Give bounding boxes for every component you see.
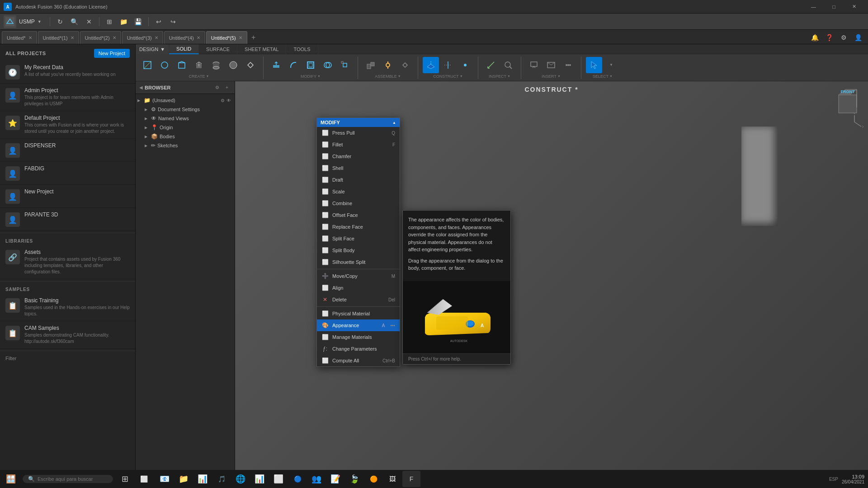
sidebar-item-assets[interactable]: 🔗 Assets Project that contains assets us… — [0, 245, 135, 279]
org-logo[interactable]: USMP ▼ — [4, 15, 42, 28]
tab-tools[interactable]: TOOLS — [286, 44, 318, 54]
save-button[interactable]: 💾 — [132, 15, 145, 28]
sidebar-item-dispenser[interactable]: 👤 DISPENSER — [0, 139, 135, 162]
menu-item-silhouette-split[interactable]: ⬜ Silhouette Split — [317, 256, 400, 268]
menu-item-replace-face[interactable]: ⬜ Replace Face — [317, 221, 400, 233]
sidebar-item-basic-training[interactable]: 📋 Basic Training Samples used in the Han… — [0, 294, 135, 321]
close-button[interactable]: ✕ — [844, 0, 864, 14]
menu-item-scale[interactable]: ⬜ Scale — [317, 186, 400, 197]
menu-item-chamfer[interactable]: ⬜ Chamfer — [317, 150, 400, 162]
tree-item-sketches[interactable]: ▶ ✏ Sketches — [136, 141, 235, 150]
menu-item-offset-face[interactable]: ⬜ Offset Face — [317, 209, 400, 221]
tab-surface[interactable]: SURFACE — [199, 44, 237, 54]
new-component-button[interactable] — [363, 57, 379, 73]
insert-more-button[interactable] — [560, 57, 576, 73]
taskbar-photoshop-button[interactable]: 🖼 — [383, 471, 401, 487]
taskbar-app6-button[interactable]: 🎵 — [212, 471, 231, 487]
menu-item-combine[interactable]: ⬜ Combine — [317, 197, 400, 209]
menu-item-compute-all[interactable]: ⬜ Compute All Ctrl+B — [317, 355, 400, 366]
tab-close-icon[interactable]: ✕ — [239, 35, 242, 40]
menu-item-draft[interactable]: ⬜ Draft — [317, 174, 400, 186]
tab-untitled-5[interactable]: Untitled*(5) ✕ — [206, 31, 247, 44]
sidebar-item-newproject[interactable]: 👤 New Project — [0, 185, 135, 208]
tab-close-icon[interactable]: ✕ — [155, 35, 158, 40]
browser-collapse-icon[interactable]: ◀ — [139, 85, 143, 90]
create-cylinder-button[interactable] — [208, 57, 224, 73]
taskbar-app14-button[interactable]: F — [402, 471, 420, 487]
taskbar-search-input[interactable] — [38, 476, 108, 482]
taskbar-ppt-button[interactable]: 📊 — [250, 471, 269, 487]
sidebar-item-parante[interactable]: 👤 PARANTE 3D — [0, 208, 135, 231]
taskbar-mail-button[interactable]: 📧 — [156, 471, 174, 487]
tree-item-namedviews[interactable]: ▶ 👁 Named Views — [136, 114, 235, 123]
menu-item-press-pull[interactable]: ⬜ Press Pull Q — [317, 127, 400, 139]
create-form-button[interactable] — [156, 57, 173, 73]
sidebar-item-default[interactable]: ⭐ Default Project This comes with Fusion… — [0, 111, 135, 139]
joint-button[interactable] — [380, 57, 396, 73]
insert-derive-button[interactable] — [526, 57, 542, 73]
sidebar-item-fabdig[interactable]: 👤 FABDIG — [0, 162, 135, 185]
taskbar-app12-button[interactable]: 🟠 — [364, 471, 382, 487]
sidebar-item-admin[interactable]: 👤 Admin Project This project is for team… — [0, 84, 135, 111]
tab-close-icon[interactable]: ✕ — [113, 35, 116, 40]
menu-item-fillet[interactable]: ⬜ Fillet F — [317, 139, 400, 150]
browser-expand-icon[interactable]: + — [223, 84, 231, 92]
inspect-more-button[interactable] — [500, 57, 516, 73]
menu-item-align[interactable]: ⬜ Align — [317, 282, 400, 294]
org-chevron-icon[interactable]: ▼ — [38, 19, 42, 24]
create-more-button[interactable] — [242, 57, 259, 73]
tree-eye-icon[interactable]: 👁 — [226, 98, 231, 103]
create-solid-button[interactable] — [174, 57, 190, 73]
add-tab-button[interactable]: + — [248, 32, 259, 43]
cortana-button[interactable]: ⬜ — [135, 471, 153, 487]
tree-item-origin[interactable]: ▶ 📍 Origin — [136, 123, 235, 132]
tab-untitled-1[interactable]: Untitled*(1) ✕ — [38, 31, 79, 44]
taskbar-search[interactable]: 🔍 — [23, 475, 113, 483]
tab-untitled-3[interactable]: Untitled*(3) ✕ — [122, 31, 163, 44]
account-button[interactable]: 👤 — [852, 31, 864, 44]
design-dropdown[interactable]: DESIGN ▼ — [136, 44, 169, 54]
close-menu-button[interactable]: ✕ — [83, 15, 95, 28]
undo-button[interactable]: ↩ — [152, 15, 165, 28]
create-box-button[interactable] — [191, 57, 207, 73]
press-pull-button[interactable] — [268, 57, 284, 73]
taskbar-app8-button[interactable]: ⬜ — [269, 471, 288, 487]
scale-button[interactable] — [337, 57, 353, 73]
fillet-button[interactable] — [285, 57, 302, 73]
taskbar-word-button[interactable]: 📝 — [326, 471, 344, 487]
browser-settings-icon[interactable]: ⚙ — [213, 84, 221, 92]
sidebar-item-cam-samples[interactable]: 📋 CAM Samples Samples demonstrating CAM … — [0, 321, 135, 349]
start-button[interactable]: 🪟 — [2, 471, 20, 487]
settings-button[interactable]: ⚙ — [837, 31, 850, 44]
search-button[interactable]: 🔍 — [68, 15, 81, 28]
insert-canvas-button[interactable] — [543, 57, 559, 73]
grid-view-button[interactable]: ⊞ — [103, 15, 116, 28]
menu-item-shell[interactable]: ⬜ Shell — [317, 162, 400, 174]
menu-item-split-face[interactable]: ⬜ Split Face — [317, 233, 400, 244]
maximize-button[interactable]: □ — [824, 0, 844, 14]
create-sketch-button[interactable] — [139, 57, 156, 73]
tree-gear-icon[interactable]: ⚙ — [221, 98, 225, 103]
help-button[interactable]: ❓ — [823, 31, 835, 44]
construct-point-button[interactable] — [457, 57, 473, 73]
menu-item-split-body[interactable]: ⬜ Split Body — [317, 244, 400, 256]
menu-item-delete[interactable]: ✕ Delete Del — [317, 294, 400, 305]
taskbar-app11-button[interactable]: 🍃 — [345, 471, 363, 487]
measure-button[interactable] — [483, 57, 499, 73]
folder-button[interactable]: 📁 — [118, 15, 130, 28]
taskbar-excel-button[interactable]: 📊 — [193, 471, 212, 487]
new-project-button[interactable]: New Project — [94, 49, 130, 58]
shell-button[interactable] — [302, 57, 319, 73]
combine-button[interactable] — [320, 57, 336, 73]
tab-untitled-2[interactable]: Untitled*(2) ✕ — [80, 31, 121, 44]
taskbar-teams-button[interactable]: 👥 — [307, 471, 326, 487]
tab-close-icon[interactable]: ✕ — [71, 35, 74, 40]
select-button[interactable] — [586, 57, 602, 73]
menu-item-change-parameters[interactable]: ƒ: Change Parameters — [317, 343, 400, 355]
notifications-button[interactable]: 🔔 — [808, 31, 821, 44]
modify-arrow-icon[interactable]: ▼ — [317, 75, 321, 78]
tab-untitled[interactable]: Untitled* ✕ — [2, 31, 37, 44]
menu-item-physical-material[interactable]: ⬜ Physical Material — [317, 308, 400, 319]
select-more-button[interactable]: ▼ — [603, 57, 619, 73]
construct-axis-button[interactable] — [440, 57, 456, 73]
